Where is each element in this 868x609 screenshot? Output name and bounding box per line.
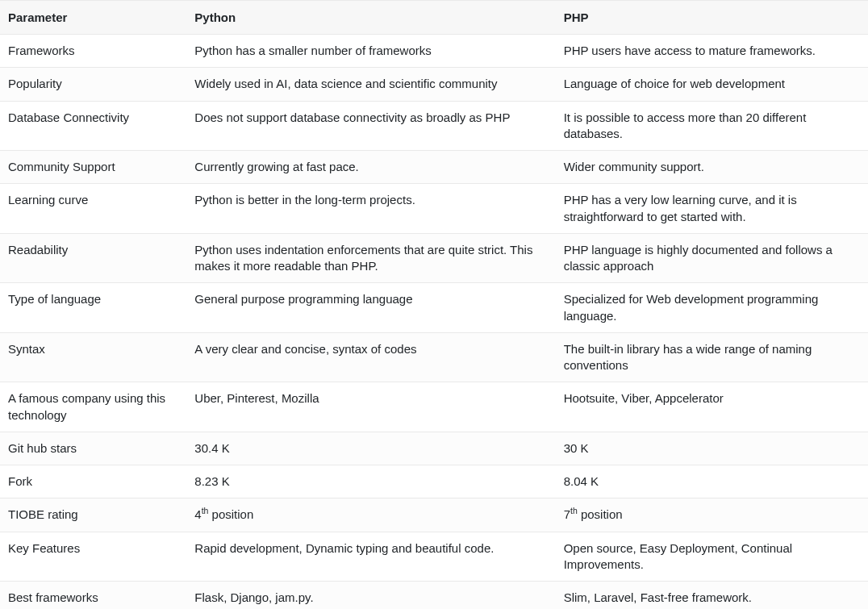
cell-php: 30 K [556,432,868,465]
cell-php: It is possible to access more than 20 di… [556,101,868,151]
table-row: Learning curvePython is better in the lo… [0,184,868,234]
table-row: Fork8.23 K8.04 K [0,465,868,498]
cell-python: Uber, Pinterest, Mozilla [186,382,555,432]
table-row: PopularityWidely used in AI, data scienc… [0,68,868,101]
cell-python: 4th position [186,498,555,532]
cell-parameter: Key Features [0,532,186,582]
table-row: FrameworksPython has a smaller number of… [0,35,868,68]
cell-parameter: Database Connectivity [0,101,186,151]
cell-php: Slim, Laravel, Fast-free framework. [556,582,868,610]
table-row: Type of languageGeneral purpose programm… [0,283,868,333]
cell-php: The built-in library has a wide range of… [556,332,868,382]
cell-parameter: TIOBE rating [0,498,186,532]
table-row: SyntaxA very clear and concise, syntax o… [0,332,868,382]
cell-parameter: Git hub stars [0,432,186,465]
cell-python: Widely used in AI, data science and scie… [186,68,555,101]
cell-php: Wider community support. [556,151,868,184]
cell-python: Python uses indentation enforcements tha… [186,233,555,283]
cell-python: Does not support database connectivity a… [186,101,555,151]
header-python: Python [186,1,555,35]
cell-parameter: A famous company using this technology [0,382,186,432]
cell-parameter: Community Support [0,151,186,184]
cell-parameter: Type of language [0,283,186,333]
cell-php: 8.04 K [556,465,868,498]
cell-parameter: Fork [0,465,186,498]
cell-php: Hootsuite, Viber, Appcelerator [556,382,868,432]
cell-python: Rapid development, Dynamic typing and be… [186,532,555,582]
table-row: Git hub stars30.4 K30 K [0,432,868,465]
cell-python: General purpose programming language [186,283,555,333]
table-row: ReadabilityPython uses indentation enfor… [0,233,868,283]
cell-python: Currently growing at fast pace. [186,151,555,184]
cell-parameter: Syntax [0,332,186,382]
table-row: TIOBE rating4th position7th position [0,498,868,532]
cell-parameter: Learning curve [0,184,186,234]
table-row: Database ConnectivityDoes not support da… [0,101,868,151]
cell-python: Python is better in the long-term projec… [186,184,555,234]
table-row: Key FeaturesRapid development, Dynamic t… [0,532,868,582]
cell-php: Specialized for Web development programm… [556,283,868,333]
cell-python: Python has a smaller number of framework… [186,35,555,68]
cell-python: 30.4 K [186,432,555,465]
cell-parameter: Frameworks [0,35,186,68]
cell-php: PHP language is highly documented and fo… [556,233,868,283]
table-header-row: Parameter Python PHP [0,1,868,35]
cell-php: PHP users have access to mature framewor… [556,35,868,68]
table-row: A famous company using this technologyUb… [0,382,868,432]
cell-parameter: Readability [0,233,186,283]
table-row: Best frameworksFlask, Django, jam.py.Sli… [0,582,868,610]
table-row: Community SupportCurrently growing at fa… [0,151,868,184]
cell-php: Language of choice for web development [556,68,868,101]
cell-parameter: Popularity [0,68,186,101]
header-php: PHP [556,1,868,35]
header-parameter: Parameter [0,1,186,35]
cell-php: Open source, Easy Deployment, Continual … [556,532,868,582]
cell-python: 8.23 K [186,465,555,498]
cell-php: 7th position [556,498,868,532]
comparison-table: Parameter Python PHP FrameworksPython ha… [0,0,868,609]
cell-parameter: Best frameworks [0,582,186,610]
cell-python: A very clear and concise, syntax of code… [186,332,555,382]
cell-php: PHP has a very low learning curve, and i… [556,184,868,234]
cell-python: Flask, Django, jam.py. [186,582,555,610]
